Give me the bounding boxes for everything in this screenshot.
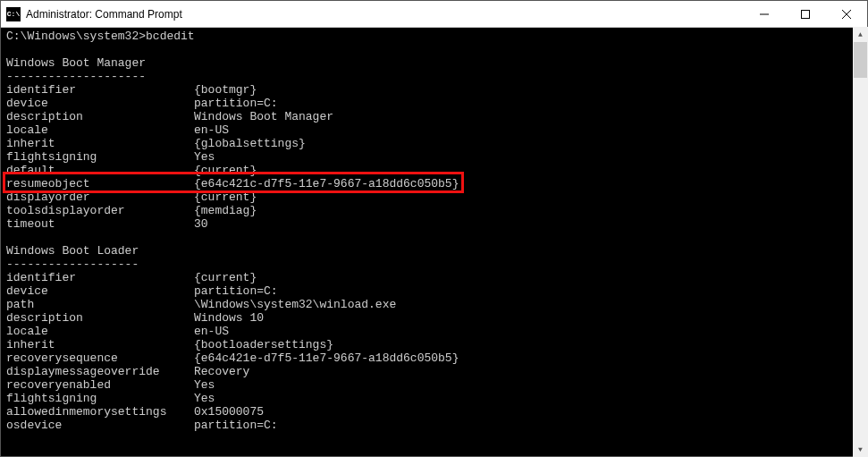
row-value: {e64c421e-d7f5-11e7-9667-a18dd6c050b5} xyxy=(194,351,459,365)
row-value: {current} xyxy=(194,164,257,177)
row-key: device xyxy=(6,97,194,110)
row-value: {bootmgr} xyxy=(194,83,257,97)
row-key: allowedinmemorysettings xyxy=(6,405,194,419)
row-key: identifier xyxy=(6,271,194,284)
output-row: localeen-US xyxy=(6,123,864,137)
output-row: displaymessageoverrideRecovery xyxy=(6,365,864,378)
output-row: devicepartition=C: xyxy=(6,284,864,298)
row-value: en-US xyxy=(194,325,229,338)
row-key: recoveryenabled xyxy=(6,378,194,392)
row-value: Yes xyxy=(194,392,215,405)
window-controls xyxy=(744,1,867,27)
scroll-down-arrow[interactable]: ▼ xyxy=(853,442,868,457)
row-value: Yes xyxy=(194,150,215,164)
prompt-line: C:\Windows\system32>bcdedit xyxy=(6,30,864,43)
row-value: {bootloadersettings} xyxy=(194,338,333,351)
row-key: locale xyxy=(6,325,194,338)
output-row: allowedinmemorysettings0x15000075 xyxy=(6,405,864,419)
blank-line xyxy=(6,43,864,56)
row-key: resumeobject xyxy=(6,177,194,190)
row-key: description xyxy=(6,311,194,325)
row-value: {e64c421c-d7f5-11e7-9667-a18dd6c050b5} xyxy=(194,177,459,190)
section-title: Windows Boot Loader xyxy=(6,244,864,258)
section-title: Windows Boot Manager xyxy=(6,56,864,70)
row-key: toolsdisplayorder xyxy=(6,204,194,217)
row-value: partition=C: xyxy=(194,97,278,110)
row-value: Yes xyxy=(194,378,215,392)
row-key: flightsigning xyxy=(6,392,194,405)
row-value: 0x15000075 xyxy=(194,405,264,419)
row-value: \Windows\system32\winload.exe xyxy=(194,298,396,311)
prompt-command: bcdedit xyxy=(146,30,195,43)
row-value: Windows Boot Manager xyxy=(194,110,333,123)
output-row: default{current} xyxy=(6,164,864,177)
row-value: Windows 10 xyxy=(194,311,264,325)
row-value: partition=C: xyxy=(194,284,278,298)
row-key: path xyxy=(6,298,194,311)
output-row: resumeobject{e64c421c-d7f5-11e7-9667-a18… xyxy=(6,177,864,190)
row-key: displayorder xyxy=(6,190,194,204)
row-value: 30 xyxy=(194,217,208,231)
output-row: identifier{current} xyxy=(6,271,864,284)
row-key: timeout xyxy=(6,217,194,231)
output-row: descriptionWindows Boot Manager xyxy=(6,110,864,123)
close-button[interactable] xyxy=(826,1,867,27)
row-key: locale xyxy=(6,123,194,137)
row-value: partition=C: xyxy=(194,419,278,432)
output-row: localeen-US xyxy=(6,325,864,338)
svg-rect-1 xyxy=(802,10,810,18)
row-key: inherit xyxy=(6,137,194,150)
blank-line xyxy=(6,231,864,244)
scroll-up-arrow[interactable]: ▲ xyxy=(853,27,868,42)
maximize-button[interactable] xyxy=(785,1,826,27)
titlebar[interactable]: C:\ Administrator: Command Prompt xyxy=(1,1,867,28)
scrollbar-thumb[interactable] xyxy=(854,42,867,78)
output-row: path\Windows\system32\winload.exe xyxy=(6,298,864,311)
window-title: Administrator: Command Prompt xyxy=(26,8,744,21)
row-key: device xyxy=(6,284,194,298)
output-row: descriptionWindows 10 xyxy=(6,311,864,325)
row-key: identifier xyxy=(6,83,194,97)
row-key: osdevice xyxy=(6,419,194,432)
row-value: {memdiag} xyxy=(194,204,257,217)
row-key: default xyxy=(6,164,194,177)
row-key: description xyxy=(6,110,194,123)
output-row: inherit{bootloadersettings} xyxy=(6,338,864,351)
output-row: recoverysequence{e64c421e-d7f5-11e7-9667… xyxy=(6,351,864,365)
command-prompt-window: C:\ Administrator: Command Prompt C:\Win… xyxy=(0,0,868,457)
row-value: {current} xyxy=(194,271,257,284)
row-key: inherit xyxy=(6,338,194,351)
output-row: flightsigningYes xyxy=(6,150,864,164)
cmd-icon: C:\ xyxy=(6,7,21,21)
row-value: {current} xyxy=(194,190,257,204)
row-value: {globalsettings} xyxy=(194,137,306,150)
output-row: devicepartition=C: xyxy=(6,97,864,110)
minimize-button[interactable] xyxy=(744,1,785,27)
output-row: displayorder{current} xyxy=(6,190,864,204)
row-value: en-US xyxy=(194,123,229,137)
row-key: flightsigning xyxy=(6,150,194,164)
vertical-scrollbar[interactable]: ▲ ▼ xyxy=(853,27,868,457)
row-key: displaymessageoverride xyxy=(6,365,194,378)
output-row: timeout30 xyxy=(6,217,864,231)
output-row: recoveryenabledYes xyxy=(6,378,864,392)
row-value: Recovery xyxy=(194,365,249,378)
terminal-output[interactable]: C:\Windows\system32>bcdedit Windows Boot… xyxy=(1,28,867,456)
row-key: recoverysequence xyxy=(6,351,194,365)
output-row: inherit{globalsettings} xyxy=(6,137,864,150)
output-row: flightsigningYes xyxy=(6,392,864,405)
section-dashes: -------------------- xyxy=(6,70,864,83)
section-dashes: ------------------- xyxy=(6,258,864,271)
output-row: osdevicepartition=C: xyxy=(6,419,864,432)
prompt-path: C:\Windows\system32> xyxy=(6,30,146,43)
output-row: identifier{bootmgr} xyxy=(6,83,864,97)
output-row: toolsdisplayorder{memdiag} xyxy=(6,204,864,217)
